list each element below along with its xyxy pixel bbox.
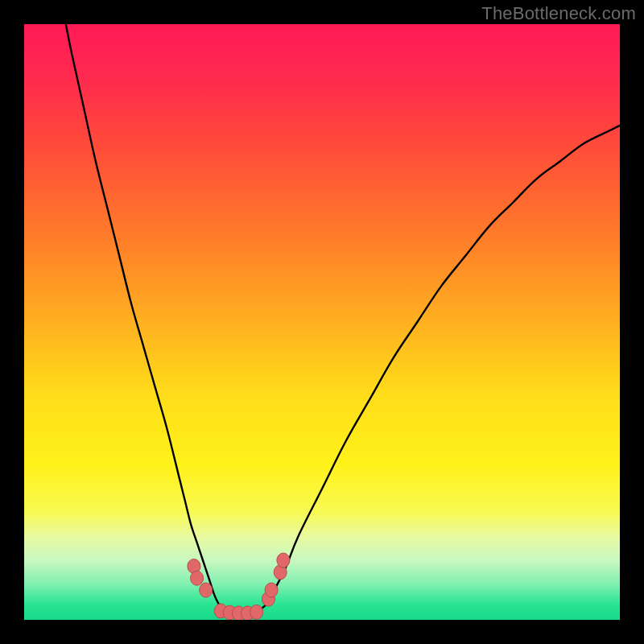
bottleneck-chart [24, 24, 620, 620]
marker-dot [265, 583, 278, 597]
marker-dot [277, 553, 290, 568]
plot-area [24, 24, 620, 620]
marker-dot [250, 605, 263, 619]
marker-dot [200, 583, 213, 597]
watermark-text: TheBottleneck.com [481, 3, 636, 24]
gradient-background [24, 24, 620, 620]
marker-dot [191, 571, 204, 585]
chart-frame: TheBottleneck.com [0, 0, 644, 644]
